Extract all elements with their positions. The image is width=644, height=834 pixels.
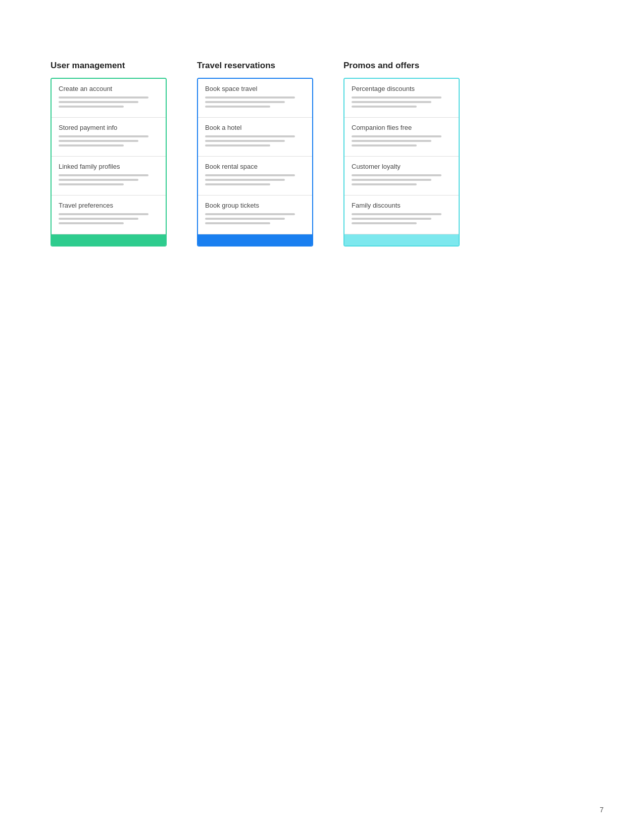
card-item-promos-and-offers-1: Companion flies free xyxy=(344,118,459,157)
card-item-label-promos-and-offers-2: Customer loyalty xyxy=(352,163,452,170)
placeholder-line xyxy=(352,101,431,103)
placeholder-line xyxy=(59,218,138,220)
card-item-travel-reservations-3: Book group tickets xyxy=(198,195,312,234)
placeholder-line xyxy=(59,174,148,176)
placeholder-line xyxy=(205,179,285,181)
card-group-travel-reservations: Book space travelBook a hotelBook rental… xyxy=(197,78,313,247)
columns-wrapper: User managementCreate an accountStored p… xyxy=(51,61,593,247)
card-item-label-travel-reservations-1: Book a hotel xyxy=(205,124,305,131)
card-group-user-management: Create an accountStored payment infoLink… xyxy=(51,78,167,247)
placeholder-line xyxy=(59,96,148,99)
card-item-user-management-0: Create an account xyxy=(52,79,166,118)
placeholder-line xyxy=(205,144,270,146)
column-title-user-management: User management xyxy=(51,61,167,71)
placeholder-line xyxy=(59,140,138,142)
card-item-label-user-management-2: Linked family profiles xyxy=(59,163,159,170)
card-item-label-promos-and-offers-0: Percentage discounts xyxy=(352,85,452,92)
page-content: User managementCreate an accountStored p… xyxy=(0,0,644,307)
card-item-label-user-management-3: Travel preferences xyxy=(59,202,159,209)
placeholder-line xyxy=(205,140,285,142)
card-footer-travel-reservations xyxy=(198,234,312,246)
column-title-travel-reservations: Travel reservations xyxy=(197,61,313,71)
placeholder-line xyxy=(205,183,270,185)
card-footer-user-management xyxy=(52,234,166,246)
placeholder-line xyxy=(59,101,138,103)
card-item-label-promos-and-offers-1: Companion flies free xyxy=(352,124,452,131)
card-item-label-travel-reservations-3: Book group tickets xyxy=(205,202,305,209)
card-item-promos-and-offers-3: Family discounts xyxy=(344,195,459,234)
placeholder-line xyxy=(205,174,295,176)
placeholder-line xyxy=(205,218,285,220)
placeholder-line xyxy=(352,218,431,220)
column-user-management: User managementCreate an accountStored p… xyxy=(51,61,167,247)
card-item-travel-reservations-0: Book space travel xyxy=(198,79,312,118)
placeholder-line xyxy=(59,144,124,146)
placeholder-line xyxy=(352,179,431,181)
card-item-travel-reservations-1: Book a hotel xyxy=(198,118,312,157)
placeholder-line xyxy=(352,174,441,176)
placeholder-line xyxy=(59,179,138,181)
placeholder-line xyxy=(352,96,441,99)
placeholder-line xyxy=(205,96,295,99)
card-item-label-travel-reservations-2: Book rental space xyxy=(205,163,305,170)
page-number: 7 xyxy=(600,806,604,814)
placeholder-line xyxy=(59,213,148,215)
placeholder-line xyxy=(59,222,124,224)
card-item-label-user-management-1: Stored payment info xyxy=(59,124,159,131)
card-group-promos-and-offers: Percentage discountsCompanion flies free… xyxy=(343,78,460,247)
card-item-promos-and-offers-2: Customer loyalty xyxy=(344,157,459,195)
placeholder-line xyxy=(205,135,295,137)
placeholder-line xyxy=(352,222,417,224)
placeholder-line xyxy=(352,140,431,142)
card-item-user-management-2: Linked family profiles xyxy=(52,157,166,195)
column-title-promos-and-offers: Promos and offers xyxy=(343,61,460,71)
card-item-label-travel-reservations-0: Book space travel xyxy=(205,85,305,92)
placeholder-line xyxy=(205,101,285,103)
card-item-label-user-management-0: Create an account xyxy=(59,85,159,92)
card-item-user-management-1: Stored payment info xyxy=(52,118,166,157)
placeholder-line xyxy=(59,135,148,137)
column-travel-reservations: Travel reservationsBook space travelBook… xyxy=(197,61,313,247)
placeholder-line xyxy=(205,106,270,108)
card-item-label-promos-and-offers-3: Family discounts xyxy=(352,202,452,209)
placeholder-line xyxy=(352,135,441,137)
card-footer-promos-and-offers xyxy=(344,234,459,246)
placeholder-line xyxy=(352,106,417,108)
placeholder-line xyxy=(205,222,270,224)
card-item-promos-and-offers-0: Percentage discounts xyxy=(344,79,459,118)
placeholder-line xyxy=(59,106,124,108)
card-item-travel-reservations-2: Book rental space xyxy=(198,157,312,195)
placeholder-line xyxy=(205,213,295,215)
placeholder-line xyxy=(352,144,417,146)
card-item-user-management-3: Travel preferences xyxy=(52,195,166,234)
placeholder-line xyxy=(59,183,124,185)
column-promos-and-offers: Promos and offersPercentage discountsCom… xyxy=(343,61,460,247)
placeholder-line xyxy=(352,213,441,215)
placeholder-line xyxy=(352,183,417,185)
